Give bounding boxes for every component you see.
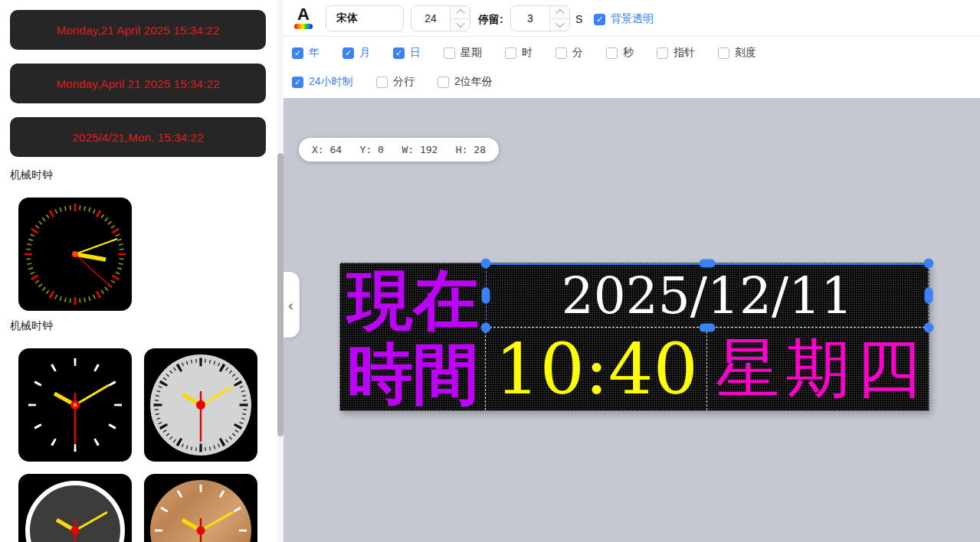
analog-clock-thumb-black[interactable] <box>18 348 132 462</box>
resize-handle-bottom-right[interactable] <box>924 323 934 333</box>
font-size-decrease-button[interactable] <box>451 19 470 31</box>
analog-clock-thumb-darkring[interactable] <box>18 474 132 542</box>
led-weekday-text: 星期四 <box>716 325 927 413</box>
resize-handle-top-left[interactable] <box>481 259 491 269</box>
led-region-time[interactable]: 10:40 <box>486 328 707 410</box>
checkbox-item-bg-transparent[interactable]: ✓ 背景透明 <box>594 12 654 26</box>
checkbox-month[interactable]: ✓ <box>343 47 354 59</box>
digital-clock-style-2[interactable]: Monday,April 21 2025 15:34:22 <box>10 64 266 103</box>
checkbox-item-scale[interactable]: 刻度 <box>718 46 756 60</box>
led-region-weekday[interactable]: 星期四 <box>707 328 929 410</box>
checkbox-label: 指针 <box>674 46 695 60</box>
led-caption-line2: 時間 <box>347 339 479 408</box>
analog-clock-thumb-led[interactable] <box>18 198 132 311</box>
analog-clock-icon <box>18 474 132 542</box>
led-preview-panel: 現在 時間 2025/12/11 10:40 星期四 <box>339 263 929 411</box>
font-size-stepper[interactable] <box>411 5 470 31</box>
dwell-label: 停留: <box>478 13 503 27</box>
checkbox-minute[interactable] <box>556 47 567 59</box>
checkbox-label: 背景透明 <box>611 12 654 26</box>
font-size-value[interactable] <box>411 6 450 31</box>
checkbox-item-month[interactable]: ✓ 月 <box>343 46 370 60</box>
checkbox-second[interactable] <box>606 47 618 59</box>
sidebar-scrollbar-track[interactable] <box>277 0 284 542</box>
resize-handle-top-right[interactable] <box>924 259 934 269</box>
checkbox-item-2digit-year[interactable]: 2位年份 <box>438 75 493 89</box>
checkbox-item-year[interactable]: ✓ 年 <box>292 46 320 60</box>
chevron-down-icon <box>556 19 564 28</box>
digital-clock-style-1[interactable]: Monday,21 April 2025 15:34:22 <box>10 10 266 50</box>
chevron-down-icon <box>456 19 464 28</box>
checkbox-item-24h[interactable]: ✓ 24小时制 <box>292 75 353 89</box>
font-color-letter: A <box>294 6 313 23</box>
chevron-up-icon <box>556 9 564 18</box>
checkbox-year[interactable]: ✓ <box>292 47 303 59</box>
checkbox-2digit-year[interactable] <box>438 77 449 88</box>
rainbow-bar-icon <box>294 24 313 29</box>
checkbox-24h[interactable]: ✓ <box>292 77 303 88</box>
checkbox-hands[interactable] <box>657 47 668 59</box>
design-canvas: X: 64 Y: 0 W: 192 H: 28 ‹ 現在 時間 2025/12/… <box>284 98 980 542</box>
dwell-decrease-button[interactable] <box>550 19 569 31</box>
checkbox-label: 日 <box>410 46 421 60</box>
chevron-left-icon: ‹ <box>288 298 293 312</box>
resize-handle-mid-left[interactable] <box>482 288 490 304</box>
checkbox-item-day[interactable]: ✓ 日 <box>393 46 421 60</box>
analog-clock-icon <box>144 348 257 462</box>
section-label-mechanical-clock: 机械时钟 <box>10 319 53 333</box>
chevron-up-icon <box>456 9 464 18</box>
resize-handle-top-mid[interactable] <box>700 260 716 268</box>
clock-style-sidebar: Monday,21 April 2025 15:34:22 Monday,Apr… <box>0 0 277 542</box>
checkbox-label: 月 <box>359 46 370 60</box>
led-date-text: 2025/12/11 <box>562 266 853 325</box>
font-size-increase-button[interactable] <box>451 6 470 19</box>
sidebar-collapse-button[interactable]: ‹ <box>284 272 300 338</box>
analog-clock-thumb-station[interactable] <box>144 348 257 462</box>
section-label-mechanical-clock: 机械时钟 <box>10 168 53 182</box>
checkbox-scale[interactable] <box>718 47 729 59</box>
checkbox-label: 年 <box>309 46 320 60</box>
checkbox-label: 刻度 <box>735 46 756 60</box>
dwell-time-stepper[interactable] <box>510 5 570 31</box>
checkbox-item-weekday[interactable]: 星期 <box>444 46 482 60</box>
analog-clock-thumb-wood[interactable] <box>144 474 257 542</box>
dwell-increase-button[interactable] <box>550 6 569 19</box>
checkbox-item-hands[interactable]: 指针 <box>657 46 695 60</box>
dwell-unit-label: S <box>575 13 582 25</box>
region-divider-vertical-left <box>485 328 486 410</box>
checkbox-label: 时 <box>522 46 533 60</box>
editor-main: A 停留: <box>284 0 980 542</box>
checkbox-weekday[interactable] <box>444 47 455 59</box>
region-divider-vertical-mid <box>706 328 707 410</box>
checkbox-label: 星期 <box>461 46 482 60</box>
checkbox-hour[interactable] <box>505 47 516 59</box>
checkbox-label: 2位年份 <box>454 75 493 89</box>
checkbox-label: 分行 <box>393 75 415 89</box>
checkbox-item-minute[interactable]: 分 <box>556 46 583 60</box>
resize-handle-mid-right[interactable] <box>925 288 933 304</box>
font-family-input[interactable] <box>326 5 404 31</box>
sidebar-scrollbar-thumb[interactable] <box>277 153 284 436</box>
checkbox-day[interactable]: ✓ <box>393 47 405 59</box>
dwell-time-value[interactable] <box>511 6 549 31</box>
resize-handle-bottom-mid[interactable] <box>700 324 716 332</box>
checkbox-item-second[interactable]: 秒 <box>606 46 634 60</box>
checkbox-item-hour[interactable]: 时 <box>505 46 533 60</box>
led-region-caption[interactable]: 現在 時間 <box>340 263 486 410</box>
resize-handle-bottom-left[interactable] <box>481 323 491 333</box>
analog-clock-icon <box>18 198 132 311</box>
analog-clock-icon <box>18 348 132 462</box>
checkbox-label: 分 <box>572 46 583 60</box>
checkbox-label: 24小时制 <box>309 75 353 89</box>
checkbox-bg-transparent[interactable]: ✓ <box>594 14 605 25</box>
led-time-text: 10:40 <box>495 328 698 410</box>
position-tooltip: X: 64 Y: 0 W: 192 H: 28 <box>299 138 499 162</box>
led-caption-line1: 現在 <box>347 266 479 335</box>
checkbox-label: 秒 <box>623 46 634 60</box>
checkbox-item-multiline[interactable]: 分行 <box>376 75 415 89</box>
digital-clock-style-3[interactable]: 2025/4/21,Mon. 15:34:22 <box>10 117 266 157</box>
checkbox-multiline[interactable] <box>376 77 388 88</box>
toolbar-row-font: A 停留: <box>284 0 980 37</box>
font-color-icon[interactable]: A <box>294 6 313 31</box>
led-region-date-selected[interactable]: 2025/12/11 <box>486 263 929 328</box>
